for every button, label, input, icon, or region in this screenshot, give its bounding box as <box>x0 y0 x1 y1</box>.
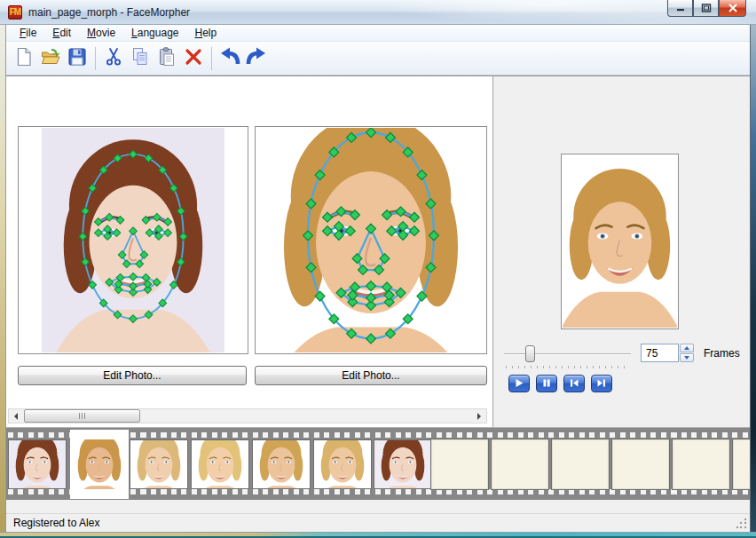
close-button[interactable] <box>719 0 746 17</box>
filmstrip-frame-1[interactable] <box>9 440 66 488</box>
filmstrip-empty-frame <box>431 439 488 489</box>
frames-input[interactable] <box>641 344 679 362</box>
paste-clipboard-icon <box>156 46 177 71</box>
app-icon: FM <box>8 5 22 20</box>
window-border-right <box>750 25 756 532</box>
open-folder-icon <box>40 46 61 71</box>
skip-to-end-icon <box>596 376 607 392</box>
filmstrip-frame-6[interactable] <box>314 440 371 488</box>
toolbar-delete-button[interactable] <box>180 45 207 72</box>
toolbar-open-button[interactable] <box>37 45 64 72</box>
save-floppy-icon <box>67 46 88 71</box>
new-document-icon <box>13 46 35 71</box>
toolbar <box>6 42 750 75</box>
filmstrip-empty-frame <box>733 439 750 489</box>
filmstrip-empty-frame <box>552 439 609 489</box>
window-title: main_page_morph - FaceMorpher <box>28 6 190 19</box>
filmstrip-frame-7[interactable] <box>374 440 431 488</box>
delete-cross-icon <box>183 46 204 71</box>
morph-preview-image <box>563 155 677 328</box>
slider-ticks <box>506 366 630 368</box>
scrollbar-thumb[interactable] <box>24 409 140 423</box>
skip-start-button[interactable] <box>563 375 585 392</box>
menu-language[interactable]: Language <box>123 25 186 42</box>
filmstrip-frame-2-selected[interactable] <box>70 430 129 499</box>
toolbar-new-button[interactable] <box>11 45 37 72</box>
pause-button[interactable] <box>536 375 557 392</box>
toolbar-copy-button[interactable] <box>127 45 154 72</box>
filmstrip-frame-5[interactable] <box>253 440 310 488</box>
filmstrip-empty-frame <box>612 439 669 489</box>
filmstrip-empty-frame <box>492 439 548 489</box>
slider-thumb[interactable] <box>525 345 535 362</box>
minimize-button[interactable] <box>667 0 693 17</box>
window-border-left <box>0 25 6 532</box>
scroll-left-arrow[interactable] <box>9 409 23 423</box>
maximize-icon <box>701 0 712 16</box>
slider-track <box>504 353 631 355</box>
edit-photo-button-right[interactable]: Edit Photo... <box>255 366 487 385</box>
horizontal-scrollbar[interactable] <box>8 408 487 423</box>
skip-to-start-icon <box>569 376 579 392</box>
close-icon <box>728 0 738 16</box>
toolbar-paste-button[interactable] <box>154 45 180 72</box>
resize-grip[interactable] <box>736 518 747 529</box>
right-triangle-icon <box>477 413 481 420</box>
toolbar-redo-button[interactable] <box>243 45 270 72</box>
target-photo-frame <box>255 126 487 354</box>
window-border-bottom <box>0 532 756 538</box>
titlebar[interactable]: FM main_page_morph - FaceMorpher <box>0 0 756 25</box>
source-photo-frame <box>18 126 248 354</box>
app-window: FM main_page_morph - FaceMorpher FileEdi… <box>0 0 756 538</box>
up-arrow-icon <box>684 346 689 350</box>
redo-arrow-icon <box>245 46 268 71</box>
editor-pane: Edit Photo... Edit Photo... <box>6 75 493 427</box>
spinner-down-button[interactable] <box>680 353 694 362</box>
left-triangle-icon <box>14 413 18 420</box>
copy-icon <box>130 46 151 71</box>
statusbar: Registered to Alex <box>6 513 750 532</box>
skip-end-button[interactable] <box>591 375 612 392</box>
cut-scissors-icon <box>103 46 124 71</box>
toolbar-cut-button[interactable] <box>100 45 127 72</box>
menu-file[interactable]: File <box>12 25 44 42</box>
preview-pane: Frames <box>493 75 750 427</box>
filmstrip-margin <box>6 500 750 513</box>
scroll-right-arrow[interactable] <box>472 409 486 423</box>
minimize-icon <box>675 0 686 16</box>
edit-photo-button-left[interactable]: Edit Photo... <box>18 366 247 385</box>
menu-help[interactable]: Help <box>186 25 224 42</box>
play-icon <box>514 376 524 392</box>
undo-arrow-icon <box>218 46 241 71</box>
down-arrow-icon <box>684 356 689 360</box>
play-button[interactable] <box>508 375 530 392</box>
filmstrip-frame-4[interactable] <box>192 440 248 488</box>
filmstrip-empty-frame <box>673 439 729 489</box>
maximize-button[interactable] <box>693 0 719 17</box>
menu-movie[interactable]: Movie <box>79 25 123 42</box>
spinner-up-button[interactable] <box>680 344 694 352</box>
toolbar-save-button[interactable] <box>64 45 91 72</box>
menu-edit[interactable]: Edit <box>44 25 79 42</box>
toolbar-separator <box>95 47 96 70</box>
source-photo[interactable] <box>42 128 224 352</box>
statusbar-text: Registered to Alex <box>13 517 99 529</box>
frames-spinner <box>680 344 694 362</box>
filmstrip <box>6 427 750 500</box>
frames-label: Frames <box>704 347 740 360</box>
pause-icon <box>541 376 552 392</box>
frame-slider[interactable] <box>504 345 631 365</box>
target-photo[interactable] <box>256 128 485 352</box>
morph-preview-frame <box>561 154 679 329</box>
toolbar-undo-button[interactable] <box>217 45 243 72</box>
menubar: FileEditMovieLanguageHelp <box>6 25 750 42</box>
toolbar-separator <box>211 47 212 70</box>
filmstrip-frame-3[interactable] <box>130 440 187 488</box>
